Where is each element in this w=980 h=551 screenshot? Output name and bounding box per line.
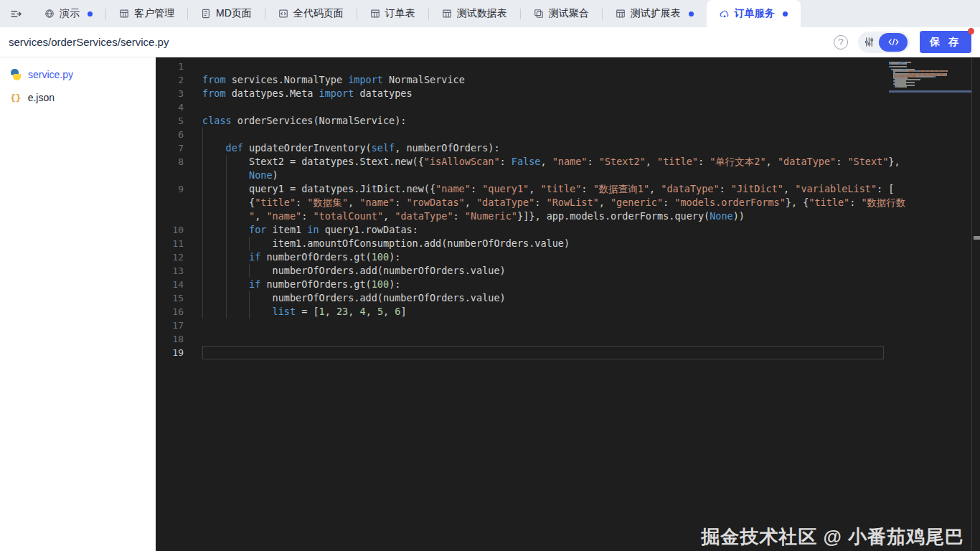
code-line-content: [202, 319, 884, 332]
view-mode-toggle[interactable]: [858, 32, 910, 53]
code-token: 100: [372, 278, 389, 290]
code-token: "title": [657, 156, 698, 167]
code-token: :: [534, 197, 546, 208]
file-explorer: service.py{}e.json: [0, 57, 156, 551]
code-editor[interactable]: 12from services.NormalType import Normal…: [156, 57, 980, 551]
globe-icon: [44, 9, 55, 19]
unsaved-dot: [783, 11, 788, 17]
code-line: 12 if numberOfOrders.gt(100):: [156, 250, 884, 264]
code-token: import: [348, 74, 383, 85]
code-token: "title": [809, 197, 849, 208]
indent-guide: [202, 196, 203, 209]
code-token: "dataType": [476, 197, 534, 208]
code-token: class: [202, 115, 232, 126]
code-line-content: from datatypes.Meta import datatypes: [202, 87, 884, 100]
code-token: ,: [529, 183, 540, 194]
tab-测试聚合[interactable]: 测试聚合: [521, 0, 602, 27]
minimap[interactable]: [889, 60, 971, 125]
tab-MD页面[interactable]: MD页面: [188, 0, 265, 27]
code-token: ,: [348, 197, 359, 208]
code-token: from: [202, 74, 226, 85]
code-token: "isAllowScan": [424, 156, 500, 167]
code-token: :: [453, 210, 465, 222]
code-line-content: [202, 100, 884, 114]
code-token: 1: [319, 306, 325, 317]
code-line: 11 item1.amountOfConsumption.add(numberO…: [156, 237, 884, 250]
indent-guide: [226, 291, 227, 305]
code-line-content: {"title": "数据集", "name": "rowDatas", "da…: [202, 196, 906, 209]
code-token: )): [733, 210, 745, 222]
indent-guide: [226, 278, 227, 291]
code-token: [202, 306, 273, 317]
help-icon[interactable]: ?: [834, 35, 848, 50]
code-token: "name": [266, 210, 301, 222]
code-line: 14 if numberOfOrders.gt(100):: [156, 278, 884, 291]
code-token: "models.orderForms": [674, 197, 785, 208]
code-token: :: [500, 156, 512, 167]
tab-客户管理[interactable]: 客户管理: [106, 0, 187, 27]
code-token: ): [273, 169, 278, 181]
code-line-content: [202, 128, 884, 141]
code-token: "数据行数: [861, 197, 905, 208]
code-token: "name": [435, 183, 471, 194]
merge-icon: [534, 9, 544, 19]
code-token: "Numeric": [465, 210, 517, 222]
code-token: , numberOfOrders):: [395, 142, 499, 154]
code-token: ):: [389, 251, 400, 263]
code-token: updateOrderInventory(: [243, 142, 372, 154]
line-number: 2: [156, 73, 202, 87]
indent-guide: [249, 264, 250, 278]
collapse-sidebar-icon[interactable]: [0, 0, 32, 27]
watermark-text: 掘金技术社区 @ 小番茄鸡尾巴: [701, 530, 964, 544]
tab-全代码页面[interactable]: 全代码页面: [265, 0, 357, 27]
indent-guide: [226, 209, 227, 223]
line-number: [156, 169, 202, 182]
code-token: numberOfOrders.gt(: [260, 278, 371, 290]
code-token: item1.amountOfConsumption.add(numberOfOr…: [202, 237, 570, 249]
code-token: ,: [646, 156, 657, 167]
code-token: 5: [377, 306, 383, 317]
save-button[interactable]: 保 存: [920, 31, 971, 53]
file-item-service.py[interactable]: service.py: [0, 63, 156, 86]
file-item-e.json[interactable]: {}e.json: [0, 86, 156, 109]
code-line: {"title": "数据集", "name": "rowDatas", "da…: [156, 196, 884, 209]
code-token: :: [581, 183, 593, 194]
json-file-icon: {}: [10, 93, 22, 103]
python-file-icon: [10, 69, 22, 80]
code-token: :: [836, 156, 847, 167]
overview-ruler-scrollbar[interactable]: [971, 57, 980, 551]
indent-guide: [202, 209, 203, 223]
indent-guide: [226, 169, 227, 182]
code-token: ,: [783, 183, 795, 194]
code-token: numberOfOrders.add(numberOfOrders.value): [202, 265, 506, 276]
code-token: datatypes.Meta: [226, 88, 319, 99]
unsaved-dot: [689, 11, 694, 17]
code-token: "totalCount": [313, 210, 383, 222]
code-line-content: None): [202, 169, 884, 182]
code-token: [202, 142, 226, 154]
code-line-content: if numberOfOrders.gt(100):: [202, 250, 884, 264]
tab-测试数据表[interactable]: 测试数据表: [429, 0, 520, 27]
code-line-content: list = [1, 23, 4, 5, 6]: [202, 305, 884, 319]
code-token: NormalService: [383, 74, 465, 85]
code-token: "数据集": [307, 197, 348, 208]
code-file-icon: [278, 9, 288, 19]
tab-订单服务[interactable]: 订单服务: [707, 0, 801, 27]
code-token: None: [710, 210, 733, 222]
tab-label: 测试扩展表: [631, 7, 681, 20]
indent-guide: [226, 155, 227, 169]
code-token: }, {: [786, 197, 809, 208]
breadcrumb: services/orderServices/service.py: [9, 36, 169, 48]
code-token: "name": [552, 156, 588, 167]
tab-订单表[interactable]: 订单表: [357, 0, 428, 27]
code-line: 3from datatypes.Meta import datatypes: [156, 87, 884, 100]
settings-sliders-icon[interactable]: [864, 37, 875, 47]
tab-label: 客户管理: [134, 7, 174, 20]
code-token: 23: [336, 306, 348, 317]
tab-演示[interactable]: 演示: [32, 0, 105, 27]
code-token: ,: [540, 156, 552, 167]
code-line-content: [202, 60, 884, 73]
code-mode-icon[interactable]: [879, 33, 908, 52]
tab-测试扩展表[interactable]: 测试扩展表: [603, 0, 707, 27]
code-token: import: [319, 88, 354, 99]
